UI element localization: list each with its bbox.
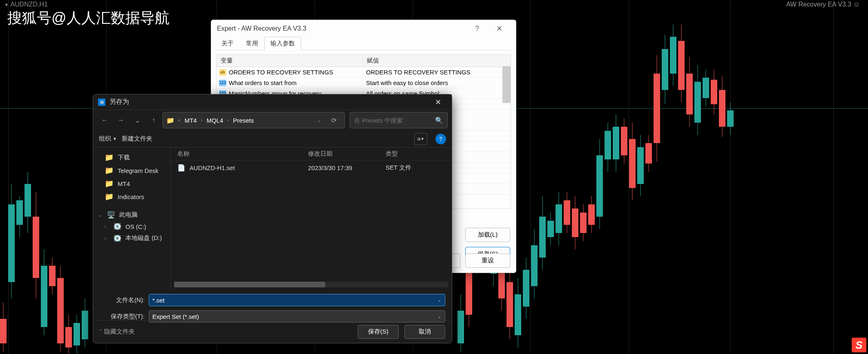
view-button[interactable]: ≡ ▼ <box>414 133 427 145</box>
candlestick <box>74 0 80 354</box>
expert-tabs: 关于 常用 输入参数 <box>215 37 512 50</box>
breadcrumb-presets[interactable]: Presets <box>231 116 257 125</box>
tree-indicators[interactable]: 📁Indicators <box>93 190 170 203</box>
save-titlebar[interactable]: ▦ 另存为 ✕ <box>93 94 452 110</box>
filetype-label: 保存类型(T): <box>100 313 145 320</box>
candlestick <box>621 0 627 354</box>
tree-downloads[interactable]: 📁下载 <box>93 151 170 164</box>
refresh-button[interactable]: ⟳ <box>326 113 341 128</box>
candlestick <box>711 0 717 354</box>
expert-close-button[interactable]: ✕ <box>488 20 510 37</box>
file-list-hscroll[interactable] <box>174 282 449 287</box>
candlestick <box>82 0 88 354</box>
candlestick <box>629 0 636 354</box>
candlestick <box>49 0 56 354</box>
breadcrumb-prefix: « <box>178 117 181 123</box>
tab-about[interactable]: 关于 <box>215 37 240 50</box>
col-type[interactable]: 类型 <box>386 150 445 158</box>
save-close-button[interactable]: ✕ <box>429 95 447 110</box>
candlestick <box>637 0 644 354</box>
tab-common[interactable]: 常用 <box>240 37 264 50</box>
symbol-label: AUDNZD,H1 <box>4 1 48 8</box>
col-date[interactable]: 修改日期 <box>308 150 386 158</box>
search-box[interactable]: 🔍 <box>350 112 448 128</box>
expert-title-text: Expert - AW Recovery EA V3.3 <box>217 25 306 32</box>
folder-icon: 📁 <box>166 117 174 124</box>
breadcrumb-dropdown[interactable]: ⌄ <box>316 117 323 123</box>
corner-badge[interactable]: S <box>852 338 866 352</box>
candlestick <box>41 0 47 354</box>
tab-inputs[interactable]: 输入参数 <box>264 37 301 50</box>
filename-label: 文件名(N): <box>100 296 145 304</box>
file-row[interactable]: 📄AUDNZD-H1.set2023/3/30 17:39SET 文件 <box>171 161 452 175</box>
candlestick <box>678 0 685 354</box>
candlestick <box>670 0 676 354</box>
expert-help-button[interactable]: ? <box>466 20 488 37</box>
app-icon: ▦ <box>98 99 105 106</box>
nav-forward-button[interactable]: → <box>114 113 128 128</box>
candlestick <box>25 0 31 354</box>
save-title-text: 另存为 <box>109 98 129 106</box>
search-input[interactable] <box>354 117 435 124</box>
breadcrumb-mt4[interactable]: MT4 <box>182 116 199 125</box>
tree-telegram[interactable]: 📁Telegram Desk <box>93 164 170 177</box>
nav-back-button[interactable]: ← <box>97 113 112 128</box>
col-name[interactable]: 名称 <box>177 150 308 158</box>
candlestick <box>694 0 701 354</box>
file-list: 名称 修改日期 类型 📄AUDNZD-H1.set2023/3/30 17:39… <box>171 148 452 291</box>
candlestick <box>686 0 693 354</box>
candlestick <box>645 0 652 354</box>
expert-titlebar[interactable]: Expert - AW Recovery EA V3.3 ? ✕ <box>211 20 516 37</box>
candlestick <box>588 0 595 354</box>
save-cancel-button[interactable]: 取消 <box>404 325 445 339</box>
candlestick <box>605 0 611 354</box>
save-confirm-button[interactable]: 保存(S) <box>358 325 399 339</box>
candlestick <box>65 0 72 354</box>
nav-recent-button[interactable]: ⌄ <box>130 113 145 128</box>
help-icon[interactable]: ? <box>435 134 446 144</box>
filename-input[interactable]: *.set⌄ <box>149 294 445 306</box>
search-icon: 🔍 <box>435 117 443 124</box>
candlestick <box>531 0 538 354</box>
grid-vline <box>530 0 531 354</box>
organize-button[interactable]: 组织 ▼ <box>99 135 117 143</box>
tree-local-d[interactable]: ›💽本地磁盘 (D:) <box>93 232 170 244</box>
hide-folders-button[interactable]: ˇ隐藏文件夹 <box>100 328 135 336</box>
param-row[interactable]: abORDERS TO RECOVERY SETTINGSORDERS TO R… <box>216 67 511 78</box>
folder-tree: 📁下载 📁Telegram Desk 📁MT4 📁Indicators ⌄🖥️此… <box>93 148 171 291</box>
tree-this-pc[interactable]: ⌄🖥️此电脑 <box>93 209 170 221</box>
params-header-variable[interactable]: 变量 <box>216 55 363 67</box>
candlestick <box>16 0 23 354</box>
reset-button[interactable]: 重设 <box>465 253 510 268</box>
tree-mt4[interactable]: 📁MT4 <box>93 177 170 190</box>
candlestick <box>703 0 709 354</box>
load-button[interactable]: 加载(L) <box>465 228 510 242</box>
candlestick <box>572 0 578 354</box>
candlestick <box>33 0 39 354</box>
params-header-value[interactable]: 赋值 <box>363 55 511 67</box>
candlestick <box>0 0 7 354</box>
breadcrumb-bar[interactable]: 📁 « MT4 › MQL4 › Presets ⌄ ⟳ <box>163 112 345 128</box>
breadcrumb-mql4[interactable]: MQL4 <box>204 116 226 125</box>
tree-os-c[interactable]: ›💽OS (C:) <box>93 221 170 232</box>
candlestick <box>596 0 603 354</box>
candlestick <box>662 0 668 354</box>
candlestick <box>523 0 529 354</box>
params-scrollbar[interactable] <box>502 66 511 103</box>
nav-up-button[interactable]: ↑ <box>146 113 161 128</box>
candlestick <box>539 0 546 354</box>
candlestick <box>8 0 15 354</box>
save-as-dialog: ▦ 另存为 ✕ ← → ⌄ ↑ 📁 « MT4 › MQL4 › Presets… <box>93 94 452 343</box>
new-folder-button[interactable]: 新建文件夹 <box>122 135 152 143</box>
candlestick <box>564 0 570 354</box>
candlestick <box>654 0 660 354</box>
candlestick <box>556 0 562 354</box>
candlestick <box>727 0 734 354</box>
candlestick <box>57 0 64 354</box>
candlestick <box>719 0 725 354</box>
candlestick <box>613 0 619 354</box>
param-row[interactable]: 123What orders to start fromStart with e… <box>216 78 511 88</box>
ea-label: AW Recovery EA V3.3 ☺ <box>786 1 860 8</box>
candlestick <box>547 0 554 354</box>
candlestick <box>580 0 587 354</box>
